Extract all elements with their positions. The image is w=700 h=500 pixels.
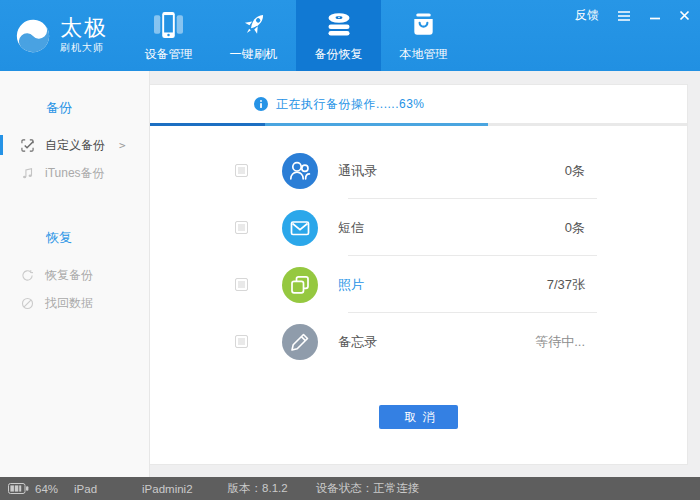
photos-checkbox[interactable] xyxy=(235,278,248,291)
device-type: iPad xyxy=(74,483,97,495)
cancel-button[interactable]: 取消 xyxy=(379,405,458,429)
status-bar: 64% iPad iPadmini2 版本：8.1.2 设备状态：正常连接 xyxy=(0,477,700,500)
device-name: iPadmini2 xyxy=(142,483,193,495)
progress-status-text: 正在执行备份操作......63% xyxy=(276,96,425,113)
tab-one-key-flash[interactable]: 一键刷机 xyxy=(211,0,296,71)
minimize-icon[interactable] xyxy=(649,10,661,22)
checkbox-check-icon xyxy=(21,138,35,152)
sidebar-item-label: 自定义备份 xyxy=(45,137,105,154)
memo-pencil-icon xyxy=(282,324,318,360)
tab-label: 一键刷机 xyxy=(230,46,278,63)
info-icon xyxy=(254,97,268,111)
row-value: 等待中... xyxy=(535,333,585,351)
tab-local-management[interactable]: 本地管理 xyxy=(381,0,466,71)
sidebar-section-backup: 备份 xyxy=(0,99,149,117)
sidebar-item-label: 恢复备份 xyxy=(45,267,93,284)
menu-icon[interactable] xyxy=(617,10,631,22)
title-bar: 太极 刷机大师 设备管理 xyxy=(0,0,700,71)
close-icon[interactable] xyxy=(679,10,690,21)
row-label: 备忘录 xyxy=(338,333,377,351)
backup-item-list: 通讯录 0条 短信 0条 xyxy=(150,126,687,370)
sidebar-section-restore: 恢复 xyxy=(0,229,149,247)
restore-circle-icon xyxy=(21,268,35,282)
recover-circle-icon xyxy=(21,296,35,310)
sidebar-item-label: iTunes备份 xyxy=(45,165,105,182)
window-controls: 反馈 xyxy=(575,7,690,24)
memo-checkbox[interactable] xyxy=(235,335,248,348)
progress-fill-dark xyxy=(150,123,265,126)
tab-label: 本地管理 xyxy=(400,46,448,63)
row-value: 0条 xyxy=(565,162,585,180)
row-value: 0条 xyxy=(565,219,585,237)
device-connection-status: 设备状态：正常连接 xyxy=(316,481,420,496)
row-label: 照片 xyxy=(338,276,364,294)
tab-backup-restore[interactable]: 备份恢复 xyxy=(296,0,381,71)
battery-icon xyxy=(8,483,29,494)
app-window: 太极 刷机大师 设备管理 xyxy=(0,0,700,500)
bag-icon xyxy=(409,7,438,43)
sms-checkbox[interactable] xyxy=(235,221,248,234)
database-icon xyxy=(324,7,354,43)
row-photos: 照片 7/37张 xyxy=(150,256,687,313)
row-label: 短信 xyxy=(338,219,364,237)
device-version: 版本：8.1.2 xyxy=(228,481,288,496)
progress-bar xyxy=(150,123,687,126)
tab-label: 设备管理 xyxy=(145,46,193,63)
tab-label: 备份恢复 xyxy=(315,46,363,63)
row-memo: 备忘录 等待中... xyxy=(150,313,687,370)
contacts-checkbox[interactable] xyxy=(235,164,248,177)
sidebar-item-itunes-backup[interactable]: iTunes备份 xyxy=(0,159,149,187)
taiji-logo-icon xyxy=(14,17,52,55)
contacts-icon xyxy=(282,153,318,189)
tab-device-management[interactable]: 设备管理 xyxy=(126,0,211,71)
main-nav: 设备管理 一键刷机 xyxy=(126,0,466,71)
brand-text: 太极 刷机大师 xyxy=(60,16,108,55)
row-label: 通讯录 xyxy=(338,162,377,180)
rocket-icon xyxy=(239,7,269,43)
chevron-right-icon: > xyxy=(119,139,126,152)
sidebar: 备份 自定义备份 > xyxy=(0,71,150,477)
brand-subtitle: 刷机大师 xyxy=(60,41,108,55)
phone-icon xyxy=(152,7,185,43)
row-value: 7/37张 xyxy=(547,276,585,294)
backup-panel: 正在执行备份操作......63% xyxy=(150,84,688,465)
feedback-link[interactable]: 反馈 xyxy=(575,7,599,24)
battery-percent: 64% xyxy=(35,483,58,495)
sidebar-item-custom-backup[interactable]: 自定义备份 > xyxy=(0,131,149,159)
row-sms: 短信 0条 xyxy=(150,199,687,256)
progress-status: 正在执行备份操作......63% xyxy=(150,85,687,123)
sidebar-item-label: 找回数据 xyxy=(45,295,93,312)
app-logo: 太极 刷机大师 xyxy=(0,0,126,71)
photos-icon xyxy=(282,267,318,303)
row-contacts: 通讯录 0条 xyxy=(150,142,687,199)
sidebar-item-recover-data[interactable]: 找回数据 xyxy=(0,289,149,317)
sidebar-item-restore-backup[interactable]: 恢复备份 xyxy=(0,261,149,289)
message-icon xyxy=(282,210,318,246)
body-area: 备份 自定义备份 > xyxy=(0,71,700,477)
brand-name: 太极 xyxy=(60,16,108,40)
music-note-icon xyxy=(21,166,35,180)
